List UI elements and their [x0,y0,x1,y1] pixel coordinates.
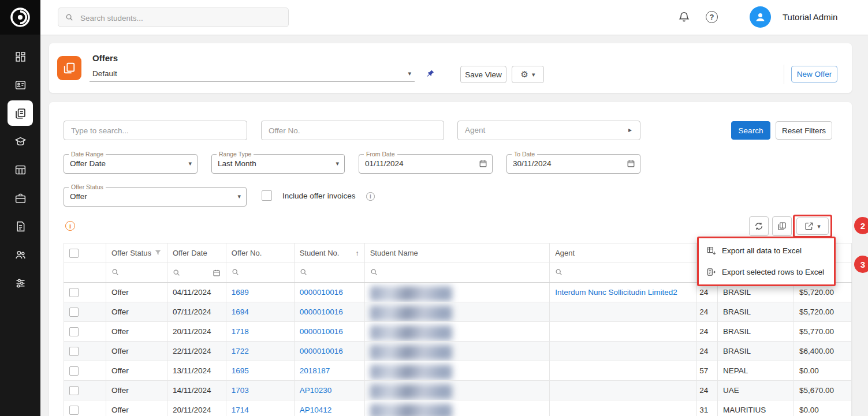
filter-offer-no[interactable] [226,263,294,283]
row-checkbox[interactable] [69,327,79,336]
sort-asc-icon[interactable]: ↑ [355,249,359,257]
sidebar-item-contacts[interactable] [8,72,33,98]
sidebar-item-services[interactable] [8,185,33,211]
filter-funnel-icon[interactable] [154,249,162,258]
refresh-button[interactable] [749,216,769,236]
select-all-checkbox[interactable] [69,249,79,258]
row-select-cell[interactable] [64,322,106,342]
row-checkbox[interactable] [69,406,79,415]
global-search-input[interactable] [79,9,284,27]
row-select-cell[interactable] [64,381,106,400]
student-no-link[interactable]: AP10230 [300,386,332,395]
sidebar-item-education[interactable] [8,129,33,154]
date-range-select[interactable]: Date Range Offer Date ▾ [64,154,198,174]
offer-no-link[interactable]: 1722 [232,347,249,355]
row-checkbox[interactable] [69,308,79,317]
include-invoices-checkbox[interactable] [262,190,272,201]
people-icon [14,249,27,261]
student-no-link[interactable]: AP10412 [300,406,332,414]
bell-icon[interactable] [678,11,690,25]
sidebar-item-invoices[interactable] [8,213,33,239]
offer-no-link[interactable]: 1703 [232,386,249,395]
keyword-search-input[interactable] [64,121,247,140]
row-select-cell[interactable] [64,400,106,416]
agent-link[interactable]: Interdum Nunc Sollicitudin Limited2 [555,288,677,297]
from-date-field[interactable]: From Date 01/11/2024 [359,154,493,174]
student-no-link[interactable]: 0000010016 [300,347,343,355]
row-checkbox[interactable] [69,288,79,297]
sidebar-item-offers[interactable] [8,100,33,126]
new-offer-button[interactable]: New Offer [791,66,837,83]
view-selector[interactable]: Default ▾ [90,65,415,82]
range-type-select[interactable]: Range Type Last Month ▾ [211,154,345,174]
view-selector-value: Default [92,69,117,78]
student-no-link[interactable]: 2018187 [300,366,330,375]
row-checkbox[interactable] [69,347,79,356]
filter-student-no[interactable] [294,263,364,283]
select-all-cell[interactable] [64,243,106,263]
student-no-link[interactable]: 0000010016 [300,308,343,316]
blurred-student-name [370,404,452,416]
help-icon[interactable]: ? [706,11,718,23]
offer-no-link[interactable]: 1714 [232,406,249,414]
offer-no-cell: 1689 [226,283,294,302]
sidebar-item-tables[interactable] [8,157,33,182]
global-student-search[interactable] [58,8,289,27]
filter-offer-status[interactable] [106,263,167,283]
col-offer-no[interactable]: Offer No. [226,243,294,263]
sidebar-item-settings[interactable] [8,270,33,295]
student-no-link[interactable]: 0000010016 [300,327,343,336]
row-select-cell[interactable] [64,283,106,302]
search-button[interactable]: Search [731,121,770,140]
amount-cell: $0.00 [794,400,852,416]
calendar-icon[interactable] [479,159,487,168]
calendar-icon[interactable] [627,159,635,168]
row-select-cell[interactable] [64,302,106,322]
col-offer-date[interactable]: Offer Date [167,243,226,263]
offer-no-link[interactable]: 1695 [232,366,249,375]
pin-icon[interactable] [426,69,435,81]
offer-no-link[interactable]: 1694 [232,308,249,316]
row-checkbox[interactable] [69,386,79,395]
col-student-no[interactable]: Student No. ↑ [294,243,364,263]
agent-cell: Interdum Nunc Sollicitudin Limited2 [550,283,697,302]
col-student-name[interactable]: Student Name [364,243,550,263]
blurred-student-name [370,365,452,380]
offer-status-cell: Offer [106,361,167,381]
filter-agent[interactable] [550,263,697,283]
agent-dropdown[interactable]: Agent ▸ [457,121,640,140]
agent-placeholder: Agent [465,126,485,134]
col-offer-status[interactable]: Offer Status [106,243,167,263]
column-chooser-button[interactable] [772,216,792,236]
to-date-field[interactable]: To Date 30/11/2024 [506,154,640,174]
app-logo[interactable] [0,0,40,35]
export-button[interactable]: ▾ [796,218,829,235]
settings-dropdown-button[interactable]: ⚙ ▾ [512,66,544,83]
search-icon [173,269,180,276]
calendar-icon[interactable] [213,269,221,277]
alert-info-icon[interactable]: i [65,221,75,231]
save-view-button[interactable]: Save View [460,66,506,83]
sidebar-item-agents[interactable] [8,242,33,267]
offer-no-link[interactable]: 1689 [232,288,249,297]
amount-cell: $5,770.00 [794,322,852,342]
col-agent[interactable]: Agent [550,243,697,263]
offer-no-input[interactable] [261,121,444,140]
row-select-cell[interactable] [64,342,106,361]
avatar[interactable] [750,6,771,28]
sidebar-item-dashboard[interactable] [8,44,33,69]
row-checkbox[interactable] [69,366,79,376]
offer-no-cell: 1714 [226,400,294,416]
row-select-cell[interactable] [64,361,106,381]
student-no-link[interactable]: 0000010016 [300,288,343,297]
offer-status-select[interactable]: Offer Status Offer ▾ [64,187,247,207]
offer-no-link[interactable]: 1718 [232,327,249,336]
export-selected-menu-item[interactable]: Export selected rows to Excel [699,261,834,283]
reset-filters-button[interactable]: Reset Filters [776,121,832,140]
export-all-menu-item[interactable]: Export all data to Excel [699,240,834,261]
filter-student-name[interactable] [364,263,550,283]
topbar: ? Tutorial Admin [40,0,868,35]
filter-offer-date[interactable] [167,263,226,283]
country-cell: NEPAL [718,361,794,381]
to-date-label: To Date [512,151,537,158]
